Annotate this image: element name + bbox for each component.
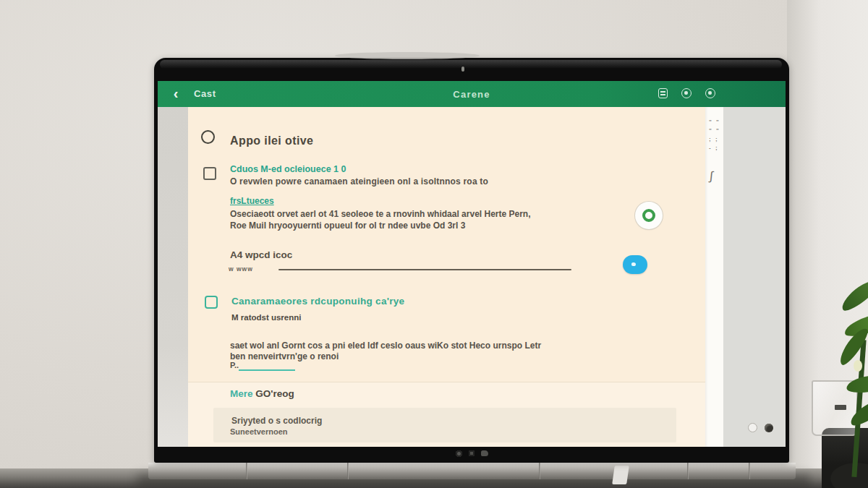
wall-reflection bbox=[335, 52, 480, 59]
plant bbox=[825, 282, 868, 488]
item2-link[interactable]: frsLtueces bbox=[230, 196, 274, 206]
appbar-actions bbox=[658, 88, 715, 98]
base-seam bbox=[687, 463, 689, 479]
small-circle-dark bbox=[765, 424, 773, 432]
item3-title[interactable]: Canaramaeores rdcuponuihg ca'rye bbox=[231, 296, 404, 307]
checkbox-1[interactable] bbox=[203, 167, 216, 180]
bezel-sheen bbox=[160, 60, 782, 69]
base-notch bbox=[612, 466, 629, 484]
page-title: Appo ilei otive bbox=[230, 134, 313, 147]
laptop-base bbox=[148, 463, 796, 479]
base-seam bbox=[749, 463, 750, 479]
item1-body: O revwlen powre canamaen ateingieen onl … bbox=[230, 176, 488, 187]
bezel-logos bbox=[154, 450, 789, 457]
item3-link[interactable]: P.. bbox=[230, 361, 239, 369]
scroll-strip[interactable]: " " " " ; ; - ; ∫ bbox=[705, 107, 723, 447]
circle-dot-icon[interactable] bbox=[705, 88, 715, 98]
nav-circle-icon bbox=[456, 450, 462, 457]
item3-subtitle: M ratodst usrenni bbox=[231, 313, 301, 322]
footer-label: GO'reog bbox=[253, 388, 294, 399]
photo-scene: ‹ Cast Carene Appo ilei otive Cduos M-ed… bbox=[0, 0, 868, 488]
scroll-marks: " " " " ; ; - ; bbox=[709, 119, 720, 151]
plant-bloom bbox=[854, 360, 862, 372]
panel-line1: Sriyyted o s codlocrig bbox=[231, 416, 322, 426]
item2-body-line1: Oseciaeott orvet aerl ot 41 seoleoe te a… bbox=[230, 209, 531, 219]
panel-line2: Suneetvernoen bbox=[230, 427, 287, 436]
text-input[interactable] bbox=[278, 269, 571, 270]
screen: ‹ Cast Carene Appo ilei otive Cduos M-ed… bbox=[158, 81, 786, 447]
field-caption: w www bbox=[229, 265, 253, 273]
form-card: Appo ilei otive Cduos M-ed ocleiouece 1 … bbox=[188, 107, 705, 447]
item2-body-line2: Roe Muil hryooyuernti opueul for ol tr n… bbox=[230, 221, 465, 231]
webcam-icon bbox=[461, 67, 464, 72]
radio-button[interactable] bbox=[201, 130, 215, 144]
item3-link-underline bbox=[239, 369, 295, 371]
checkbox-2[interactable] bbox=[205, 296, 218, 309]
plant-leaf bbox=[838, 275, 868, 314]
circle-dot-icon[interactable] bbox=[681, 88, 692, 98]
base-seam bbox=[246, 463, 247, 479]
field-label: A4 wpcd icoc bbox=[230, 249, 292, 260]
small-circle-light bbox=[748, 423, 757, 432]
device-icon[interactable] bbox=[658, 88, 668, 98]
app-bar: ‹ Cast Carene bbox=[158, 81, 786, 107]
selected-radio-indicator[interactable] bbox=[635, 202, 663, 229]
item1-link[interactable]: Cduos M-ed ocleiouece 1 0 bbox=[230, 164, 346, 174]
plant-leaf bbox=[846, 373, 868, 395]
toggle-knob[interactable] bbox=[623, 255, 647, 274]
nav-square-icon bbox=[469, 450, 475, 456]
footer-section: Mere GO'reog Sriyyted o s codlocrig Sune… bbox=[188, 382, 705, 447]
nav-blob-icon bbox=[481, 450, 488, 456]
app-body: Appo ilei otive Cduos M-ed ocleiouece 1 … bbox=[158, 107, 786, 447]
monitor: ‹ Cast Carene Appo ilei otive Cduos M-ed… bbox=[154, 58, 789, 463]
footer-line: Mere GO'reog bbox=[230, 388, 294, 399]
right-gutter bbox=[723, 107, 786, 447]
footer-panel: Sriyyted o s codlocrig Suneetvernoen bbox=[213, 408, 676, 442]
footer-link[interactable]: Mere bbox=[230, 388, 253, 399]
item3-body-line1: saet wol anl Gornt cos a pni eled ldf ce… bbox=[230, 341, 541, 351]
item3-body-line2: ben nenveirtvrn'ge o renoi bbox=[230, 351, 339, 361]
base-seam bbox=[347, 463, 349, 479]
squiggle-glyph: ∫ bbox=[709, 169, 714, 184]
left-margin-strip bbox=[158, 107, 188, 447]
base-seam bbox=[539, 463, 540, 479]
